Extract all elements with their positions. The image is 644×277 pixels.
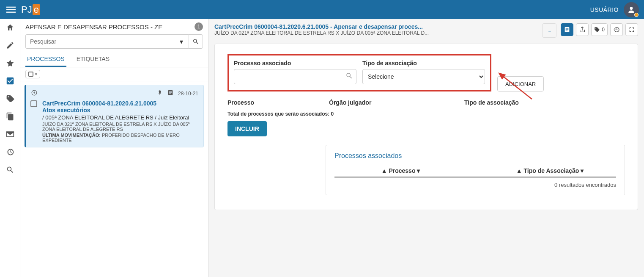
tag-count-button[interactable]: 0 <box>591 23 608 36</box>
col-processo: Processo <box>227 99 312 106</box>
sidebar-title: APENSAR E DESAPENSAR PROCESSOS - ZE <box>25 23 162 30</box>
star-icon[interactable] <box>5 58 15 68</box>
svg-point-3 <box>630 7 633 10</box>
card-last-movement: ÚLTIMA MOVIMENTAÇÃO: PROFERIDO DESPACHO … <box>42 133 198 143</box>
tab-processos[interactable]: PROCESSOS <box>25 52 66 67</box>
tipo-associacao-select[interactable]: Selecione <box>362 69 485 84</box>
svg-rect-9 <box>565 27 570 32</box>
search-dropdown-toggle[interactable]: ▾ <box>174 34 189 49</box>
sort-processo[interactable]: ▲ Processo ▾ <box>334 167 467 174</box>
col-orgao: Órgão julgador <box>329 99 447 106</box>
associated-panel: Processos associados ▲ Processo ▾ ▲ Tipo… <box>326 145 625 195</box>
svg-rect-1 <box>6 9 16 10</box>
icon-rail <box>0 19 20 277</box>
user-avatar[interactable] <box>624 2 639 17</box>
sidebar-search-row: ▾ <box>20 34 208 52</box>
sidebar-header: APENSAR E DESAPENSAR PROCESSOS - ZE 1 <box>20 19 208 34</box>
main-subtitle: JUÍZO DA 021ª ZONA ELEITORAL DE ESTRELA … <box>214 30 538 36</box>
svg-rect-0 <box>6 6 16 7</box>
process-card[interactable]: 28-10-21 CartPrecCrim 0600004-81.2020.6.… <box>25 85 204 147</box>
select-all-dropdown[interactable]: ▾ <box>25 70 40 78</box>
move-up-icon[interactable] <box>31 90 37 97</box>
sidebar: APENSAR E DESAPENSAR PROCESSOS - ZE 1 ▾ … <box>20 19 208 277</box>
book-icon[interactable] <box>167 89 174 97</box>
svg-rect-8 <box>169 93 171 94</box>
svg-rect-6 <box>169 91 172 92</box>
incluir-button[interactable]: INCLUIR <box>227 121 267 136</box>
main-header: CartPrecCrim 0600004-81.2020.6.21.0005 -… <box>214 23 638 38</box>
main-title: CartPrecCrim 0600004-81.2020.6.21.0005 -… <box>214 23 538 30</box>
svg-rect-7 <box>169 92 172 93</box>
svg-rect-5 <box>168 90 173 95</box>
check-icon[interactable] <box>5 76 15 86</box>
col-tipo: Tipo de associação <box>464 99 625 106</box>
tag-count: 0 <box>602 27 605 33</box>
card-date: 28-10-21 <box>178 91 198 97</box>
home-icon[interactable] <box>5 22 15 33</box>
menu-toggle[interactable] <box>5 4 17 16</box>
svg-rect-12 <box>566 30 568 30</box>
processo-associado-input[interactable] <box>234 69 356 84</box>
sidebar-count-badge: 1 <box>195 22 203 31</box>
form-row: Processo associado Tipo de associação Se… <box>227 54 625 91</box>
adicionar-button[interactable]: ADICIONAR <box>497 76 544 91</box>
logo: PJe <box>21 4 40 15</box>
staging-columns: Processo Órgão julgador Tipo de associaç… <box>227 99 625 106</box>
search-icon[interactable] <box>345 72 353 81</box>
envelope-icon[interactable] <box>5 129 15 139</box>
tab-etiquetas[interactable]: ETIQUETAS <box>75 52 111 67</box>
svg-rect-10 <box>566 28 569 29</box>
svg-rect-11 <box>566 29 569 30</box>
fullscreen-button[interactable] <box>625 23 638 36</box>
expand-header-toggle[interactable]: ⌄ <box>542 23 556 38</box>
sidebar-tabs: PROCESSOS ETIQUETAS <box>20 52 208 67</box>
card-parties: JUÍZO DA 021ª ZONA ELEITORAL DE ESTRELA … <box>42 122 198 132</box>
select-all-row: ▾ <box>20 67 208 81</box>
user-label: USUÁRIO <box>590 6 619 13</box>
pencil-icon[interactable] <box>5 40 15 50</box>
tags-icon[interactable] <box>5 94 15 104</box>
copy-icon[interactable] <box>5 111 15 122</box>
associated-empty: 0 resultados encontrados <box>334 182 616 188</box>
card-zone: / 005ª ZONA ELEITORAL DE ALEGRETE RS / J… <box>42 114 198 121</box>
highlighted-form-area: Processo associado Tipo de associação Se… <box>227 54 491 91</box>
card-task-name[interactable]: Atos executórios <box>42 107 198 114</box>
search-button[interactable] <box>189 34 203 49</box>
history-icon[interactable] <box>5 147 15 157</box>
main-area: CartPrecCrim 0600004-81.2020.6.21.0005 -… <box>208 19 644 277</box>
main-panel: Processo associado Tipo de associação Se… <box>214 44 638 210</box>
processo-associado-label: Processo associado <box>234 60 356 66</box>
svg-rect-2 <box>6 11 16 12</box>
card-checkbox[interactable] <box>30 100 37 107</box>
status-dot <box>634 13 639 17</box>
associated-title: Processos associados <box>334 152 616 160</box>
sort-tipo[interactable]: ▲ Tipo de Associação ▾ <box>484 167 616 174</box>
history-button[interactable] <box>610 23 623 36</box>
topbar: PJe USUÁRIO <box>0 0 644 19</box>
share-button[interactable] <box>576 23 589 36</box>
search-rail-icon[interactable] <box>5 165 15 175</box>
pin-icon[interactable] <box>157 90 163 97</box>
total-line: Total de processos que serão associados:… <box>227 111 625 117</box>
sidebar-search-input[interactable] <box>25 34 174 49</box>
tipo-associacao-label: Tipo de associação <box>362 60 485 66</box>
autos-button[interactable] <box>561 23 573 36</box>
card-process-number[interactable]: CartPrecCrim 0600004-81.2020.6.21.0005 <box>42 100 198 107</box>
